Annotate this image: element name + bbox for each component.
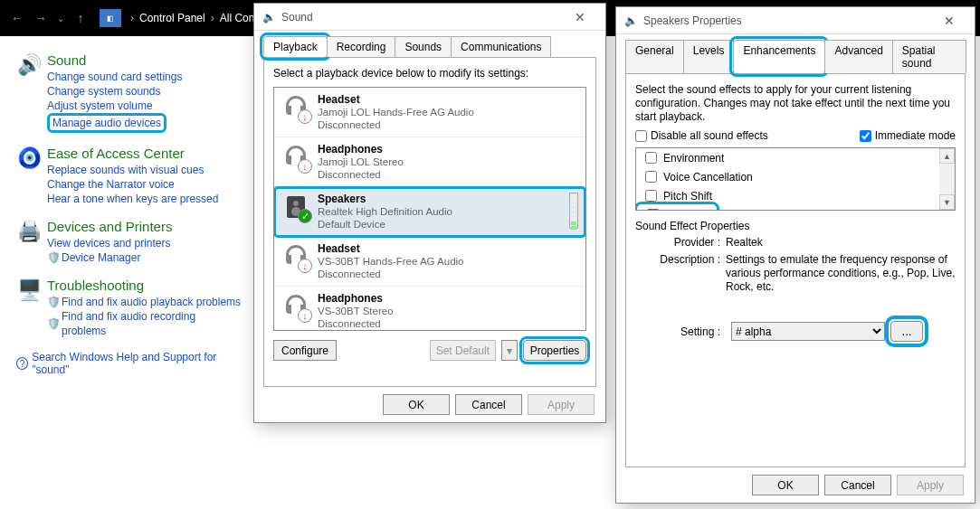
breadcrumb-separator-icon: › <box>130 12 134 24</box>
scroll-down-icon[interactable]: ▼ <box>939 194 955 210</box>
tab-sounds[interactable]: Sounds <box>395 36 452 57</box>
down-arrow-badge-icon: ↓ <box>298 308 312 323</box>
speakers-dialog-buttons: OK Cancel Apply <box>616 467 975 503</box>
ok-button[interactable]: OK <box>752 475 819 495</box>
effect-voice-cancellation[interactable]: Voice Cancellation <box>636 167 955 186</box>
disable-all-effects-checkbox[interactable]: Disable all sound effects <box>635 129 768 142</box>
tab-advanced[interactable]: Advanced <box>824 40 892 73</box>
effect-equalizer[interactable]: Equalizer <box>638 205 716 211</box>
device-status: Disconnected <box>318 317 394 330</box>
scrollbar[interactable]: ▲ ▼ <box>939 148 955 210</box>
setting-label: Setting : <box>635 325 726 338</box>
nav-up-icon[interactable]: ↑ <box>69 6 92 30</box>
category-heading[interactable]: Ease of Access Center <box>47 146 218 161</box>
playback-instruction: Select a playback device below to modify… <box>273 67 586 80</box>
set-default-dropdown-icon[interactable]: ▾ <box>501 340 518 361</box>
speaker-icon: 🔈 <box>623 14 638 28</box>
playback-device[interactable]: ↓HeadsetJamoji LOL Hands-Free AG AudioDi… <box>274 88 585 137</box>
category-heading[interactable]: Troubleshooting <box>47 278 243 293</box>
setting-more-button[interactable]: ... <box>890 321 923 342</box>
headphones-device-icon: ↓ <box>281 292 310 321</box>
control-panel-results: 🔊 Sound Change sound card settings Chang… <box>0 36 253 387</box>
speaker-icon: 🔈 <box>262 10 276 24</box>
ease-of-access-icon: 🧿 <box>16 146 42 171</box>
close-icon[interactable]: ✕ <box>931 14 967 28</box>
configure-button[interactable]: Configure <box>273 340 337 361</box>
ok-button[interactable]: OK <box>383 394 450 415</box>
device-status: Disconnected <box>318 118 474 131</box>
device-status: Disconnected <box>318 268 464 280</box>
tab-communications[interactable]: Communications <box>451 36 551 57</box>
devices-printers-icon: 🖨️ <box>16 219 42 244</box>
device-subtitle: VS-30BT Stereo <box>318 305 394 317</box>
playback-device[interactable]: ✓SpeakersRealtek High Definition AudioDe… <box>274 187 585 237</box>
sound-tabs: Playback Recording Sounds Communications <box>254 31 605 57</box>
cp-link[interactable]: Adjust system volume <box>47 99 182 113</box>
tab-spatial-sound[interactable]: Spatial sound <box>892 40 966 73</box>
tab-general[interactable]: General <box>625 40 684 73</box>
breadcrumb-item[interactable]: Control Panel <box>139 12 205 24</box>
cp-link[interactable]: 🛡️Device Manager <box>47 250 172 265</box>
check-badge-icon: ✓ <box>298 209 312 223</box>
nav-back-icon[interactable]: ← <box>5 6 29 30</box>
playback-device-list[interactable]: ↓HeadsetJamoji LOL Hands-Free AG AudioDi… <box>273 87 586 331</box>
device-subtitle: VS-30BT Hands-Free AG Audio <box>318 255 464 268</box>
playback-tab-body: Select a playback device below to modify… <box>263 57 596 387</box>
sound-dialog-titlebar[interactable]: 🔈 Sound ✕ <box>254 4 605 31</box>
device-subtitle: Jamoji LOL Stereo <box>318 156 404 168</box>
sound-dialog-buttons: OK Cancel Apply <box>254 387 605 422</box>
cancel-button[interactable]: Cancel <box>455 394 522 415</box>
playback-device[interactable]: ↓HeadsetVS-30BT Hands-Free AG AudioDisco… <box>274 237 585 287</box>
apply-button[interactable]: Apply <box>528 394 595 415</box>
cp-link[interactable]: Change sound card settings <box>47 70 182 84</box>
scroll-up-icon[interactable]: ▲ <box>939 148 955 164</box>
tab-levels[interactable]: Levels <box>683 40 735 73</box>
effect-label: Pitch Shift <box>663 190 712 203</box>
breadcrumb-separator-icon: › <box>211 12 214 24</box>
category-heading[interactable]: Devices and Printers <box>47 219 172 234</box>
cp-link[interactable]: Replace sounds with visual cues <box>47 163 218 177</box>
nav-history-chevron-icon[interactable]: ⌄ <box>52 14 69 24</box>
setting-select[interactable]: # alpha <box>731 322 885 341</box>
speakers-dialog-titlebar[interactable]: 🔈 Speakers Properties ✕ <box>616 7 975 34</box>
effects-list[interactable]: EnvironmentVoice CancellationPitch Shift… <box>635 147 956 211</box>
nav-forward-icon[interactable]: → <box>29 6 52 30</box>
down-arrow-badge-icon: ↓ <box>298 259 312 273</box>
cp-link[interactable]: Hear a tone when keys are pressed <box>47 192 218 206</box>
shield-icon: 🛡️ <box>47 296 60 308</box>
category-heading[interactable]: Sound <box>47 52 182 68</box>
cp-link[interactable]: Change system sounds <box>47 84 182 99</box>
cp-link[interactable]: 🛡️Find and fix audio playback problems <box>47 295 243 309</box>
playback-device[interactable]: ↓HeadphonesJamoji LOL StereoDisconnected <box>274 137 585 187</box>
provider-value: Realtek <box>726 236 763 250</box>
set-default-button[interactable]: Set Default <box>430 340 496 361</box>
playback-device[interactable]: ↓HeadphonesVS-30BT StereoDisconnected <box>274 287 585 331</box>
cancel-button[interactable]: Cancel <box>824 475 891 495</box>
dialog-title: Speakers Properties <box>643 14 931 27</box>
cp-link[interactable]: 🛡️Find and fix audio recording problems <box>47 309 243 338</box>
tab-enhancements[interactable]: Enhancements <box>733 40 825 73</box>
close-icon[interactable]: ✕ <box>562 10 598 24</box>
device-status: Disconnected <box>318 168 404 181</box>
tab-recording[interactable]: Recording <box>327 36 396 57</box>
manage-audio-devices-link[interactable]: Manage audio devices <box>47 113 167 133</box>
device-name: Headset <box>318 93 474 106</box>
properties-button[interactable]: Properties <box>523 340 586 361</box>
device-name: Headphones <box>318 143 404 156</box>
apply-button[interactable]: Apply <box>897 475 964 495</box>
speakers-properties-dialog: 🔈 Speakers Properties ✕ General Levels E… <box>615 6 975 504</box>
cp-link[interactable]: View devices and printers <box>47 236 172 250</box>
device-subtitle: Realtek High Definition Audio <box>318 205 452 218</box>
down-arrow-badge-icon: ↓ <box>298 159 312 174</box>
tab-playback[interactable]: Playback <box>263 36 328 57</box>
shield-icon: 🛡️ <box>47 251 60 264</box>
device-status: Default Device <box>318 218 452 231</box>
effect-pitch-shift[interactable]: Pitch Shift <box>636 186 955 205</box>
device-name: Speakers <box>318 193 452 205</box>
cp-link[interactable]: Change the Narrator voice <box>47 177 218 192</box>
effect-environment[interactable]: Environment <box>636 148 955 167</box>
immediate-mode-checkbox[interactable]: Immediate mode <box>860 129 956 142</box>
search-help-link[interactable]: ? Search Windows Help and Support for "s… <box>16 351 243 376</box>
headset-device-icon: ↓ <box>281 242 310 271</box>
dialog-title: Sound <box>281 11 562 24</box>
